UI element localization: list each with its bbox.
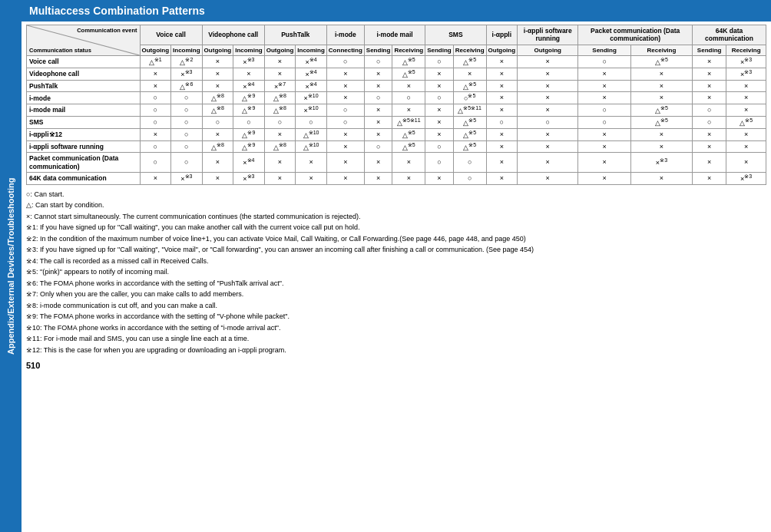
col-videophone: Videophone call [202, 25, 264, 45]
cell-r8-c7: × [364, 153, 392, 172]
table-row: Voice call△※1△※2××※3××※4○○△※5○△※5××○△※5×… [27, 56, 766, 68]
cell-r3-c2: △※8 [202, 92, 233, 104]
cell-r1-c15: × [693, 68, 726, 80]
cell-r2-c9: × [425, 80, 454, 92]
sh-sms-send: Sending [425, 45, 454, 55]
cell-r3-c9: ○ [425, 92, 454, 104]
row-label-1: Videophone call [27, 68, 141, 80]
col-voice-call: Voice call [140, 25, 202, 45]
cell-r6-c0: × [140, 128, 171, 140]
cell-r3-c11: × [486, 92, 518, 104]
sh-iappli-sw-out: Outgoing [518, 45, 578, 55]
page-number: 510 [22, 359, 771, 372]
col-64k: 64K data communication [693, 25, 766, 45]
table-row: i-mode○○△※8△※9△※8×※10×○○○○※5×××××× [27, 92, 766, 104]
table-row: SMS○○○○○○○×△※5※11×△※5○○○△※5○△※5 [27, 116, 766, 128]
cell-r9-c0: × [140, 172, 171, 184]
col-packet: Packet communication (Data communication… [578, 25, 693, 45]
sh-vid-out: Outgoing [202, 45, 233, 55]
cell-r8-c12: × [518, 153, 578, 172]
sh-voice-in: Incoming [171, 45, 203, 55]
cell-r1-c4: × [264, 68, 296, 80]
cell-r5-c8: △※5※11 [392, 116, 425, 128]
cell-r0-c1: △※2 [171, 56, 203, 68]
cell-r5-c3: ○ [233, 116, 265, 128]
cell-r0-c11: × [486, 56, 518, 68]
cell-r6-c5: △※10 [296, 128, 327, 140]
cell-r7-c14: × [630, 140, 692, 153]
cell-r7-c1: ○ [171, 140, 203, 153]
legend-item-11: ※9: The FOMA phone works in accordance w… [26, 312, 766, 322]
cell-r5-c0: ○ [140, 116, 171, 128]
cell-r9-c6: × [326, 172, 364, 184]
cell-r5-c2: ○ [202, 116, 233, 128]
cell-r9-c2: × [202, 172, 233, 184]
cell-r8-c1: ○ [171, 153, 203, 172]
cell-r5-c7: × [364, 116, 392, 128]
cell-r8-c4: × [264, 153, 296, 172]
cell-r6-c4: × [264, 128, 296, 140]
cell-r2-c6: × [326, 80, 364, 92]
cell-r7-c9: ○ [425, 140, 454, 153]
cell-r1-c3: × [233, 68, 265, 80]
row-label-9: 64K data communication [27, 172, 141, 184]
cell-r4-c6: ○ [326, 104, 364, 117]
cell-r5-c12: ○ [518, 116, 578, 128]
cell-r4-c7: × [364, 104, 392, 117]
sh-packet-send: Sending [578, 45, 631, 55]
cell-r7-c2: △※8 [202, 140, 233, 153]
cell-r7-c5: △※10 [296, 140, 327, 153]
cell-r6-c12: × [518, 128, 578, 140]
col-imode: i-mode [326, 25, 364, 45]
row-label-6: i-αppli※12 [27, 128, 141, 140]
table-row: Packet communication (Data communication… [27, 153, 766, 172]
cell-r4-c13: ○ [578, 104, 631, 117]
legend-item-8: ※6: The FOMA phone works in accordance w… [26, 279, 766, 289]
cell-r3-c5: ×※10 [296, 92, 327, 104]
cell-r8-c11: × [486, 153, 518, 172]
cell-r9-c9: × [425, 172, 454, 184]
cell-r3-c14: × [630, 92, 692, 104]
cell-r3-c0: ○ [140, 92, 171, 104]
table-row: 64K data communication××※3××※3××××××○×××… [27, 172, 766, 184]
cell-r0-c13: ○ [578, 56, 631, 68]
cell-r0-c12: × [518, 56, 578, 68]
cell-r2-c15: × [693, 80, 726, 92]
table-body: Voice call△※1△※2××※3××※4○○△※5○△※5××○△※5×… [27, 56, 766, 185]
cell-r4-c9: × [425, 104, 454, 117]
sh-packet-recv: Receiving [630, 45, 692, 55]
cell-r7-c10: △※5 [453, 140, 486, 153]
page-title: Multiaccess Combination Patterns [22, 0, 771, 21]
sh-64k-send: Sending [693, 45, 726, 55]
row-label-8: Packet communication (Data communication… [27, 153, 141, 172]
cell-r8-c3: ×※4 [233, 153, 265, 172]
legend-item-14: ※12: This is the case for when you are u… [26, 345, 766, 356]
cell-r4-c12: × [518, 104, 578, 117]
cell-r9-c15: × [693, 172, 726, 184]
cell-r3-c4: △※8 [264, 92, 296, 104]
col-pushtalk: PushTalk [264, 25, 326, 45]
row-label-5: SMS [27, 116, 141, 128]
cell-r0-c5: ×※4 [296, 56, 327, 68]
cell-r6-c16: × [726, 128, 766, 140]
cell-r5-c11: ○ [486, 116, 518, 128]
cell-r8-c8: × [392, 153, 425, 172]
cell-r5-c9: × [425, 116, 454, 128]
cell-r4-c10: △※5※11 [453, 104, 486, 117]
cell-r5-c1: ○ [171, 116, 203, 128]
legend-item-5: ※3: If you have signed up for "Call wait… [26, 245, 766, 256]
corner-cell: Communication event Communication status [27, 25, 141, 56]
table-row: PushTalk×△※6××※4×※7×※4××××△※5×××××× [27, 80, 766, 92]
col-group-header-row: Communication event Communication status… [27, 25, 766, 45]
notes-section: ○: Can start.△: Can start by condition.×… [22, 187, 771, 360]
legend-item-9: ※7: Only when you are the caller, you ca… [26, 289, 766, 300]
cell-r1-c12: × [518, 68, 578, 80]
cell-r9-c7: × [364, 172, 392, 184]
cell-r5-c15: ○ [693, 116, 726, 128]
cell-r6-c6: × [326, 128, 364, 140]
cell-r8-c15: × [693, 153, 726, 172]
cell-r9-c13: × [578, 172, 631, 184]
cell-r5-c10: △※5 [453, 116, 486, 128]
cell-r3-c7: ○ [364, 92, 392, 104]
cell-r3-c12: × [518, 92, 578, 104]
